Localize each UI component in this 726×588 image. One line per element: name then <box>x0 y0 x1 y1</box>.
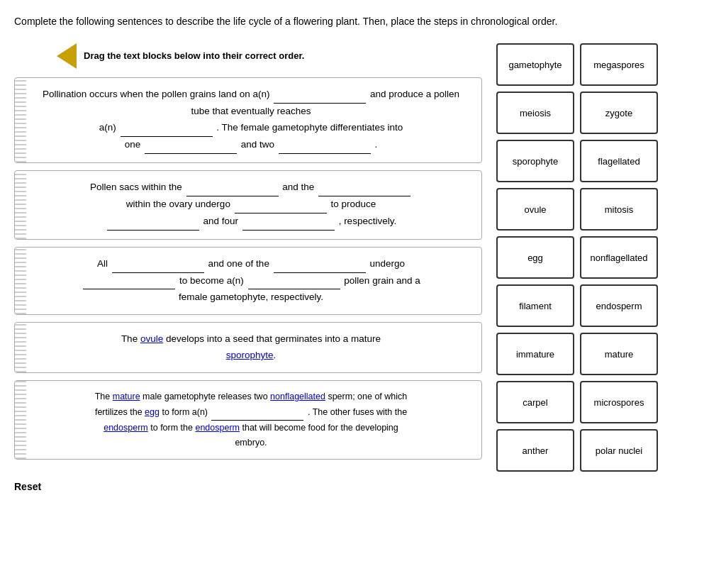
word-tile-anther[interactable]: anther <box>496 429 574 472</box>
word-tile-carpel[interactable]: carpel <box>496 381 574 423</box>
ovule-link[interactable]: ovule <box>140 333 163 344</box>
word-tile-filament[interactable]: filament <box>496 284 574 327</box>
word-tile-zygote[interactable]: zygote <box>580 91 658 134</box>
reset-button[interactable]: Reset <box>14 481 41 492</box>
blank-1-2 <box>121 120 213 137</box>
sentence-text-2: Pollen sacs within the and the within th… <box>32 179 470 231</box>
word-tile-mature[interactable]: mature <box>580 333 658 375</box>
drag-handle-2[interactable] <box>15 171 26 239</box>
sentence-text-5: The mature male gametophyte releases two… <box>32 389 470 450</box>
word-tile-mitosis[interactable]: mitosis <box>580 188 658 231</box>
sporophyte-link[interactable]: sporophyte <box>226 350 274 360</box>
main-layout: Drag the text blocks below into their co… <box>14 43 712 492</box>
drag-instruction-area: Drag the text blocks below into their co… <box>57 43 482 69</box>
word-tile-flagellated[interactable]: flagellated <box>580 140 658 182</box>
blank-3-2 <box>274 256 366 273</box>
word-tile-immature[interactable]: immature <box>496 333 574 375</box>
blank-5-1 <box>211 405 303 421</box>
mature-link[interactable]: mature <box>113 392 140 401</box>
blank-2-4 <box>107 213 199 231</box>
drag-handle-3[interactable] <box>15 248 26 315</box>
blank-1-1 <box>274 87 366 104</box>
drag-instruction-text: Drag the text blocks below into their co… <box>84 50 304 62</box>
drag-handle-4[interactable] <box>15 323 26 372</box>
sentence-text-3: All and one of the undergo to become a(n… <box>32 256 470 306</box>
word-tile-microspores[interactable]: microspores <box>580 381 658 423</box>
word-tile-endosperm[interactable]: endosperm <box>580 284 658 327</box>
sentence-card-2[interactable]: Pollen sacs within the and the within th… <box>14 170 482 240</box>
instructions: Complete the following sentences to desc… <box>14 14 709 29</box>
egg-link[interactable]: egg <box>145 407 160 417</box>
sentence-text-4: The ovule develops into a seed that germ… <box>32 331 470 364</box>
blank-3-3 <box>83 273 175 290</box>
word-tiles-panel: gametophytemegasporesmeiosiszygotesporop… <box>496 43 658 492</box>
sentence-text-1: Pollination occurs when the pollen grain… <box>32 87 470 154</box>
word-tile-megaspores[interactable]: megaspores <box>580 43 658 86</box>
blank-2-1 <box>186 179 279 196</box>
sentence-card-5[interactable]: The mature male gametophyte releases two… <box>14 380 482 460</box>
sentence-card-4[interactable]: The ovule develops into a seed that germ… <box>14 322 482 373</box>
word-tile-egg[interactable]: egg <box>496 236 574 279</box>
left-panel: Drag the text blocks below into their co… <box>14 43 482 492</box>
word-tile-polar-nuclei[interactable]: polar nuclei <box>580 429 658 472</box>
endosperm-link1[interactable]: endosperm <box>104 423 148 433</box>
word-tile-nonflagellated[interactable]: nonflagellated <box>580 236 658 279</box>
word-tile-meiosis[interactable]: meiosis <box>496 91 574 134</box>
arrow-icon <box>57 43 77 69</box>
blank-3-1 <box>112 256 204 273</box>
blank-2-3 <box>235 196 327 213</box>
sentence-card-3[interactable]: All and one of the undergo to become a(n… <box>14 247 482 316</box>
blank-1-3 <box>145 137 237 154</box>
drag-handle-1[interactable] <box>15 78 26 162</box>
drag-handle-5[interactable] <box>15 381 26 459</box>
nonflagellated-link[interactable]: nonflagellated <box>270 392 325 401</box>
word-tile-ovule[interactable]: ovule <box>496 188 574 231</box>
blank-2-5 <box>242 213 335 231</box>
blank-1-4 <box>279 137 371 154</box>
sentence-card-1[interactable]: Pollination occurs when the pollen grain… <box>14 77 482 163</box>
endosperm-link2[interactable]: endosperm <box>195 423 240 433</box>
word-tile-gametophyte[interactable]: gametophyte <box>496 43 574 86</box>
blank-3-4 <box>248 273 340 290</box>
blank-2-2 <box>318 179 411 196</box>
word-tile-sporophyte[interactable]: sporophyte <box>496 140 574 182</box>
